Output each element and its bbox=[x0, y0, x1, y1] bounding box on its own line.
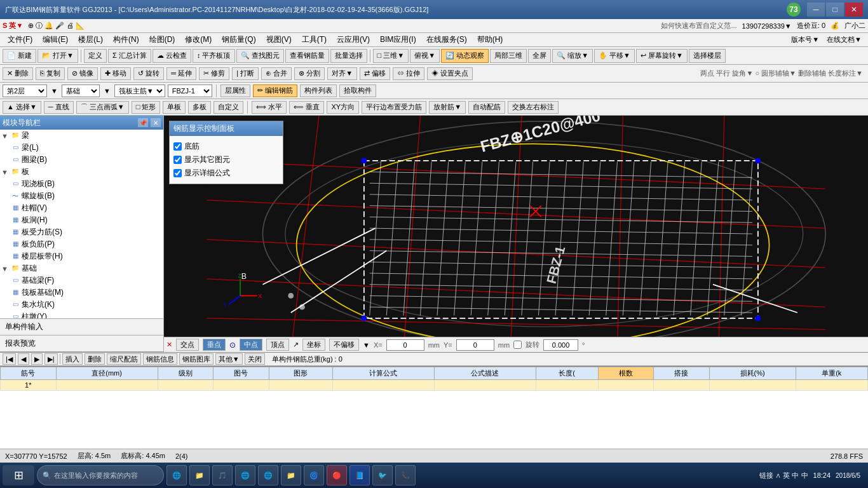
tree-node-ring-beam[interactable]: ▭ 圈梁(B) bbox=[0, 154, 163, 166]
xy-dir-tool[interactable]: XY方向 bbox=[327, 101, 359, 114]
menu-help[interactable]: 帮助(H) bbox=[472, 33, 508, 46]
menu-modify[interactable]: 修改(M) bbox=[180, 33, 217, 46]
nav-prev[interactable]: ◀ bbox=[18, 353, 29, 365]
screen-rotate-button[interactable]: ↩ 屏幕旋转▼ bbox=[636, 49, 688, 63]
menu-view[interactable]: 视图(V) bbox=[261, 33, 297, 46]
menu-service[interactable]: 在线服务(S) bbox=[421, 33, 472, 46]
move-button[interactable]: ✚ 移动 bbox=[100, 67, 131, 80]
tree-node-slab-group[interactable]: ▼ 📁 板 bbox=[0, 166, 163, 178]
snap-no-offset[interactable]: 不偏移 bbox=[329, 339, 359, 351]
tree-node-col-pier[interactable]: ▭ 柱墩(Y) bbox=[0, 311, 163, 318]
check-show-formula[interactable] bbox=[173, 169, 182, 177]
other-table-button[interactable]: 其他▼ bbox=[215, 353, 243, 365]
define-button[interactable]: 定义 bbox=[84, 49, 107, 63]
menu-cloud[interactable]: 云应用(V) bbox=[332, 33, 375, 46]
close-button[interactable]: ✕ bbox=[845, 3, 863, 17]
search-box[interactable]: 🔍 在这里输入你要搜索的内容 bbox=[37, 465, 164, 485]
find-button[interactable]: 🔍 查找图元 bbox=[236, 49, 284, 63]
taskbar-edge[interactable]: 🌐 bbox=[258, 465, 278, 485]
tree-node-found-beam[interactable]: ▭ 基础梁(F) bbox=[0, 274, 163, 287]
rebar-info-button[interactable]: 钢筋信息 bbox=[143, 353, 177, 365]
phone-number[interactable]: 13907298339▼ bbox=[742, 22, 792, 30]
minimize-button[interactable]: ─ bbox=[807, 3, 825, 17]
open-button[interactable]: 📂 打开▼ bbox=[37, 49, 78, 63]
taskbar-app2[interactable]: 🔴 bbox=[327, 465, 347, 485]
edit-rebar-button[interactable]: ✏ 编辑钢筋 bbox=[253, 85, 297, 97]
start-button[interactable]: ⊞ bbox=[3, 465, 34, 485]
rotate-input[interactable] bbox=[543, 339, 578, 351]
tree-node-beam-group[interactable]: ▼ 📁 梁 bbox=[0, 130, 163, 142]
taskbar-app4[interactable]: 🐦 bbox=[372, 465, 393, 485]
tree-node-raft[interactable]: ▦ 筏板基础(M) bbox=[0, 287, 163, 299]
rotate-button[interactable]: ↺ 旋转 bbox=[133, 67, 164, 80]
3d-button[interactable]: □ 三维▼ bbox=[373, 49, 409, 63]
menu-bim[interactable]: BIM应用(I) bbox=[375, 33, 421, 46]
table-row[interactable]: 1* bbox=[1, 380, 868, 391]
rebar-lib-button[interactable]: 钢筋图库 bbox=[179, 353, 214, 365]
rotate-checkbox[interactable] bbox=[513, 341, 522, 349]
taskbar-folder[interactable]: 📁 bbox=[281, 465, 301, 485]
offset-button[interactable]: ⇄ 偏移 bbox=[360, 67, 390, 80]
snap-perpendicular[interactable]: 垂点 bbox=[203, 339, 226, 351]
tree-node-slab-hole[interactable]: ▦ 板洞(H) bbox=[0, 214, 163, 226]
taskbar-ie[interactable]: 🌐 bbox=[235, 465, 255, 485]
close-table-button[interactable]: 关闭 bbox=[245, 353, 265, 365]
split-button[interactable]: ⊗ 分割 bbox=[294, 67, 325, 80]
auto-config-tool[interactable]: 自动配筋 bbox=[468, 101, 505, 114]
tree-node-neg-rebar[interactable]: ▦ 板负筋(P) bbox=[0, 238, 163, 250]
nav-first[interactable]: |◀ bbox=[3, 353, 16, 365]
taskbar-globe1[interactable]: 🌐 bbox=[166, 465, 187, 485]
nav-next[interactable]: ▶ bbox=[31, 353, 43, 365]
tree-node-slab-rebar[interactable]: ▦ 板受力筋(S) bbox=[0, 226, 163, 238]
y-coord-input[interactable] bbox=[456, 339, 494, 351]
single-slab[interactable]: 单板 bbox=[163, 101, 186, 114]
element-type-select[interactable]: 基础 bbox=[62, 85, 100, 97]
top-view-button[interactable]: 俯视▼ bbox=[410, 49, 440, 63]
scale-rebar-button[interactable]: 缩尺配筋 bbox=[107, 353, 141, 365]
menu-floor[interactable]: 楼层(L) bbox=[73, 33, 108, 46]
layer-select[interactable]: 第2层 bbox=[3, 85, 47, 97]
custom-tool[interactable]: 自定义 bbox=[214, 101, 243, 114]
insert-rebar-button[interactable]: 插入 bbox=[62, 353, 83, 365]
check-show-other[interactable] bbox=[173, 156, 182, 164]
snap-intersection[interactable]: 交点 bbox=[176, 339, 199, 351]
nav-last[interactable]: ▶| bbox=[44, 353, 58, 365]
layer-prop-button[interactable]: 层属性 bbox=[220, 85, 250, 97]
taskbar-app1[interactable]: 🌀 bbox=[304, 465, 324, 485]
trim-button[interactable]: ✂ 修剪 bbox=[199, 67, 229, 80]
canvas-area[interactable]: FBZ⊕1C20@400 FBZ-1 X bbox=[164, 116, 868, 352]
break-button[interactable]: | 打断 bbox=[232, 67, 259, 80]
panel-close-button[interactable]: ✕ bbox=[151, 118, 161, 127]
menu-draw[interactable]: 绘图(D) bbox=[144, 33, 180, 46]
element-list-button[interactable]: 构件列表 bbox=[300, 85, 337, 97]
x-coord-input[interactable] bbox=[386, 339, 424, 351]
radial-rebar-tool[interactable]: 放射筋▼ bbox=[429, 101, 466, 114]
dynamic-obs-button[interactable]: 🔄 动态观察 bbox=[441, 49, 489, 63]
fullscreen-button[interactable]: 全屏 bbox=[528, 49, 551, 63]
taskbar-app3[interactable]: 📘 bbox=[349, 465, 370, 485]
element-id-select[interactable]: FBZJ-1 bbox=[168, 85, 212, 97]
local-3d-button[interactable]: 局部三维 bbox=[490, 49, 527, 63]
menu-edit[interactable]: 编辑(E) bbox=[37, 33, 73, 46]
extend-button[interactable]: ═ 延伸 bbox=[166, 67, 196, 80]
zoom-button[interactable]: 🔍 缩放▼ bbox=[552, 49, 593, 63]
mirror-button[interactable]: ⊘ 镜像 bbox=[67, 67, 98, 80]
copy-button[interactable]: ⎘ 复制 bbox=[36, 67, 65, 80]
single-element-button[interactable]: 单构件输入 bbox=[0, 319, 163, 336]
swap-annotation-tool[interactable]: 交换左右标注 bbox=[508, 101, 559, 114]
new-button[interactable]: 📄 新建 bbox=[3, 49, 36, 63]
align-btn[interactable]: 对齐▼ bbox=[327, 67, 357, 80]
tree-node-foundation-group[interactable]: ▼ 📁 基础 bbox=[0, 262, 163, 274]
rect-tool[interactable]: □ 矩形 bbox=[132, 101, 161, 114]
menu-file[interactable]: 文件(F) bbox=[3, 33, 37, 46]
tree-node-spiral-slab[interactable]: 〜 螺旋板(B) bbox=[0, 190, 163, 202]
menu-rebar[interactable]: 钢筋量(Q) bbox=[217, 33, 261, 46]
line-tool[interactable]: ─ 直线 bbox=[44, 101, 74, 114]
vertical-tool[interactable]: ⟸ 垂直 bbox=[289, 101, 324, 114]
report-preview-button[interactable]: 报表预览 bbox=[0, 336, 163, 352]
menu-tools[interactable]: 工具(T) bbox=[297, 33, 332, 46]
pick-element-button[interactable]: 拾取构件 bbox=[339, 85, 376, 97]
tree-node-cast-slab[interactable]: ▭ 现浇板(B) bbox=[0, 178, 163, 190]
batch-button[interactable]: 批量选择 bbox=[330, 49, 367, 63]
select-tool[interactable]: ▲ 选择▼ bbox=[3, 101, 41, 114]
